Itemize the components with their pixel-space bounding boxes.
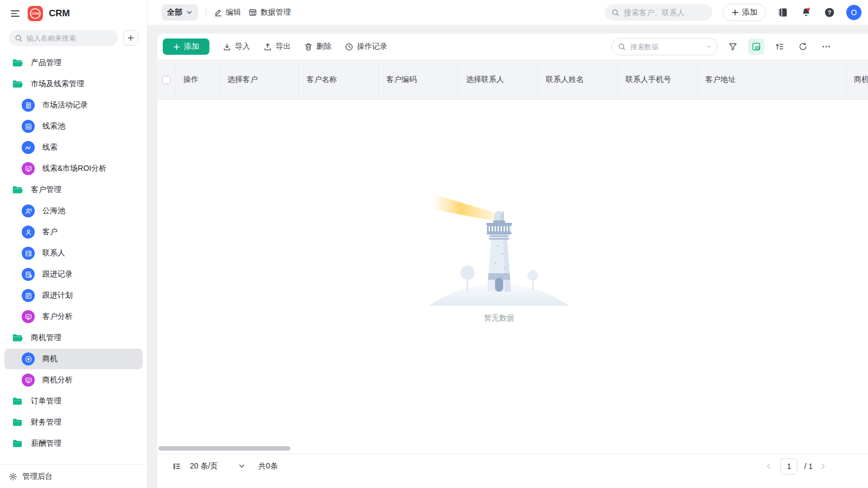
filter-icon[interactable] <box>725 38 741 55</box>
history-label: 操作记录 <box>357 42 387 52</box>
sidebar-item-label: 客户分析 <box>42 312 73 322</box>
topbar-add-button[interactable]: 添加 <box>723 4 766 21</box>
plus-icon <box>173 43 180 50</box>
data-search-input[interactable] <box>630 43 702 51</box>
sidebar-item-order-management[interactable]: 订单管理 <box>4 391 143 412</box>
sidebar-item-public-sea-pool[interactable]: 公海池 <box>4 201 143 221</box>
notebook-icon[interactable] <box>776 6 789 19</box>
data-manage-button[interactable]: 数据管理 <box>248 8 291 17</box>
folder-icon <box>12 396 23 407</box>
folder-icon <box>12 438 23 449</box>
next-page-icon[interactable] <box>819 463 828 470</box>
prev-page-icon[interactable] <box>765 463 774 470</box>
data-search[interactable] <box>611 38 718 55</box>
topbar-add-label: 添加 <box>742 8 757 17</box>
sidebar-item-market-leads-management[interactable]: 市场及线索管理 <box>4 74 143 94</box>
column-header-select-customer[interactable]: 选择客户 <box>220 60 299 99</box>
sidebar-item-salary-management[interactable]: 薪酬管理 <box>4 433 143 454</box>
notifications-bell-icon[interactable] <box>800 6 813 19</box>
column-header-label: 联系人手机号 <box>626 75 671 85</box>
avatar[interactable]: O <box>846 5 861 20</box>
sidebar-item-opportunities[interactable]: 商机 <box>4 349 143 369</box>
export-label: 导出 <box>276 42 291 52</box>
sidebar-item-label: 订单管理 <box>31 396 61 406</box>
sidebar-item-finance-management[interactable]: 财务管理 <box>4 412 143 433</box>
sidebar-search-input[interactable] <box>27 34 112 42</box>
sidebar-item-leads-market-roi-analysis[interactable]: 线索&市场ROI分析 <box>4 158 143 179</box>
sidebar-item-label: 跟进计划 <box>42 291 73 300</box>
calendar-icon <box>22 289 35 302</box>
sidebar-item-opportunity-analysis[interactable]: 商机分析 <box>4 370 143 390</box>
add-node-button[interactable] <box>123 30 138 46</box>
export-button[interactable]: 导出 <box>263 42 291 52</box>
sidebar-item-customers[interactable]: 客户 <box>4 222 143 242</box>
more-icon[interactable] <box>818 38 834 55</box>
sidebar-item-label: 联系人 <box>42 248 65 258</box>
sidebar-item-label: 客户管理 <box>31 185 61 195</box>
sidebar-item-customer-analysis[interactable]: 客户分析 <box>4 306 143 327</box>
sidebar-header: CRM CRM <box>0 0 147 26</box>
sidebar-item-label: 公海池 <box>42 206 65 216</box>
card-icon <box>22 247 35 260</box>
pagination-right: / 1 <box>765 458 828 474</box>
content: 添加 导入 导出 <box>148 25 868 488</box>
page-size-select[interactable]: 20 条/页 <box>181 461 245 471</box>
add-record-button[interactable]: 添加 <box>163 38 209 55</box>
sidebar-item-followup-records[interactable]: 跟进记录 <box>4 264 143 285</box>
sidebar-item-leads-pool[interactable]: 线索池 <box>4 116 143 137</box>
column-header-customer-address[interactable]: 客户地址 <box>698 60 846 99</box>
lighthouse-illustration <box>429 191 570 306</box>
global-search-input[interactable] <box>624 8 706 17</box>
column-header-customer-name[interactable]: 客户名称 <box>299 60 379 99</box>
column-header-customer-code[interactable]: 客户编码 <box>379 60 458 99</box>
column-header-select-contact[interactable]: 选择联系人 <box>458 60 538 99</box>
import-label: 导入 <box>235 42 250 52</box>
pencil-icon <box>214 8 222 17</box>
import-button[interactable]: 导入 <box>222 42 250 52</box>
delete-button[interactable]: 删除 <box>304 42 331 52</box>
panel-toolbar: 添加 导入 导出 <box>157 34 868 60</box>
sidebar-item-product-management[interactable]: 产品管理 <box>4 53 143 73</box>
folder-icon <box>12 417 23 428</box>
column-header-label: 操作 <box>183 75 199 85</box>
folder-open-icon <box>12 332 23 343</box>
column-header-action[interactable]: 操作 <box>176 60 220 99</box>
sidebar-item-followup-plans[interactable]: 跟进计划 <box>4 285 143 306</box>
sidebar-item-label: 客户 <box>42 227 58 237</box>
help-icon[interactable]: ? <box>823 6 836 19</box>
collapse-sidebar-icon[interactable] <box>9 7 22 20</box>
history-button[interactable]: 操作记录 <box>344 42 387 52</box>
sidebar-item-market-activity-records[interactable]: 市场活动记录 <box>4 95 143 115</box>
horizontal-scrollbar[interactable] <box>158 446 290 451</box>
table-header: 操作选择客户客户名称客户编码选择联系人联系人姓名联系人手机号客户地址商机 <box>157 60 868 100</box>
topbar-right: 添加 ? O <box>605 4 861 21</box>
chevron-down-icon[interactable] <box>706 43 711 50</box>
admin-console-label: 管理后台 <box>22 472 53 481</box>
grid-icon <box>248 8 257 17</box>
current-page-input[interactable] <box>780 458 797 474</box>
refresh-icon[interactable] <box>795 38 811 55</box>
column-header-opportunity[interactable]: 商机 <box>846 60 868 99</box>
view-selector-label: 全部 <box>167 8 182 17</box>
sidebar-item-leads[interactable]: 线索 <box>4 137 143 158</box>
edit-button[interactable]: 编辑 <box>214 8 241 17</box>
grid-panel: 添加 导入 导出 <box>157 34 868 488</box>
admin-console-button[interactable]: 管理后台 <box>0 464 147 488</box>
sidebar-item-opportunity-management[interactable]: 商机管理 <box>4 328 143 348</box>
global-search[interactable] <box>605 4 712 21</box>
sidebar-item-customer-management[interactable]: 客户管理 <box>4 179 143 200</box>
export-icon <box>263 42 272 52</box>
select-all-checkbox[interactable] <box>162 76 170 84</box>
column-header-contact-name[interactable]: 联系人姓名 <box>538 60 618 99</box>
empty-state: 暂无数据 <box>429 191 570 323</box>
view-selector[interactable]: 全部 <box>162 4 198 21</box>
sidebar-item-contacts[interactable]: 联系人 <box>4 243 143 264</box>
sidebar-item-label: 商机 <box>42 354 58 364</box>
row-height-icon[interactable] <box>771 38 788 55</box>
view-toggle-icon[interactable] <box>748 38 764 55</box>
sidebar-search[interactable] <box>9 30 118 46</box>
column-header-contact-phone[interactable]: 联系人手机号 <box>618 60 698 99</box>
divider <box>206 8 206 17</box>
users-icon <box>22 204 35 217</box>
main-area: 全部 编辑 数据管理 <box>148 0 868 488</box>
